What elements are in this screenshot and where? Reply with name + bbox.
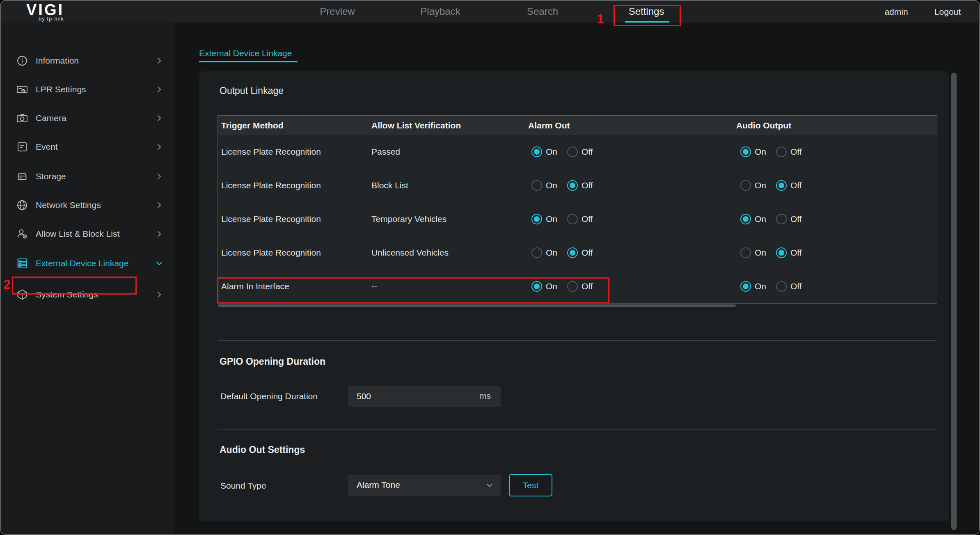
audio-output-on-option[interactable]: On (740, 180, 766, 191)
radio-button[interactable] (740, 180, 751, 191)
alarm-out-on-option[interactable]: On (531, 180, 557, 191)
content-tab-external-device-linkage[interactable]: External Device Linkage (199, 48, 292, 58)
audio-output-off-option[interactable]: Off (776, 146, 802, 157)
audio-output-on-option[interactable]: On (740, 214, 766, 224)
audio-output-on-option[interactable]: On (740, 146, 766, 157)
radio-button[interactable] (531, 214, 542, 224)
alarm-out-on-option[interactable]: On (531, 247, 557, 258)
trigger-method-cell: License Plate Recognition (221, 214, 371, 224)
sidebar-item-camera[interactable]: Camera (1, 108, 175, 128)
alarm-out-radio-group: OnOff (531, 247, 736, 258)
settings-panel: Output Linkage Trigger Method Allow List… (199, 71, 949, 521)
radio-label: On (755, 248, 766, 258)
table-row: License Plate RecognitionBlock ListOnOff… (218, 169, 937, 202)
sidebar-item-allow-block-list[interactable]: Allow List & Block List (1, 224, 175, 244)
verification-cell: Passed (371, 147, 528, 157)
radio-label: Off (582, 214, 593, 224)
radio-button[interactable] (776, 214, 787, 224)
camera-icon (16, 112, 28, 124)
radio-button[interactable] (740, 214, 751, 224)
verification-cell: Block List (371, 181, 528, 190)
radio-label: On (546, 214, 557, 224)
audio-output-off-option[interactable]: Off (776, 180, 802, 191)
logo-title: VIGI (26, 2, 64, 17)
trigger-method-cell: Alarm In Interface (221, 281, 371, 291)
alarm-out-off-option[interactable]: Off (567, 247, 593, 258)
tab-playback[interactable]: Playback (420, 6, 460, 17)
alarm-out-radio-group: OnOff (531, 180, 736, 191)
tab-settings[interactable]: Settings (629, 6, 664, 17)
section-divider (218, 429, 937, 430)
radio-label: On (546, 181, 557, 190)
alarm-out-on-option[interactable]: On (531, 281, 557, 292)
info-icon (16, 55, 28, 67)
cube-icon (16, 288, 28, 301)
vertical-scrollbar-thumb[interactable] (951, 73, 957, 530)
radio-button[interactable] (567, 247, 578, 258)
tab-search[interactable]: Search (527, 6, 558, 17)
alarm-out-off-option[interactable]: Off (567, 180, 593, 191)
radio-button[interactable] (567, 180, 578, 191)
chevron-down-icon (484, 480, 495, 491)
settings-tab-active-underline (625, 21, 669, 23)
verification-cell: Temporary Vehicles (371, 214, 528, 224)
audio-output-radio-group: OnOff (740, 146, 937, 157)
radio-button[interactable] (531, 180, 542, 191)
radio-button[interactable] (740, 281, 751, 292)
alarm-out-on-option[interactable]: On (531, 214, 557, 224)
radio-button[interactable] (567, 146, 578, 157)
annotation-number-2: 2 (3, 277, 11, 292)
sidebar-item-system-settings[interactable]: System Settings (1, 285, 175, 304)
tab-preview[interactable]: Preview (320, 6, 355, 17)
audio-output-off-option[interactable]: Off (776, 281, 802, 292)
radio-button[interactable] (740, 247, 751, 258)
alarm-out-radio-group: OnOff (531, 214, 736, 224)
server-stack-icon (16, 257, 28, 270)
gpio-duration-input[interactable] (348, 386, 463, 407)
radio-button[interactable] (776, 281, 787, 292)
verification-cell: Unlicensed Vehicles (371, 248, 528, 258)
radio-button[interactable] (567, 281, 578, 292)
alarm-out-off-option[interactable]: Off (567, 214, 593, 224)
radio-button[interactable] (531, 281, 542, 292)
output-linkage-title: Output Linkage (220, 85, 284, 96)
logout-button[interactable]: Logout (934, 7, 961, 17)
sidebar-item-external-device-linkage[interactable]: External Device Linkage (1, 254, 175, 273)
audio-output-on-option[interactable]: On (740, 281, 766, 292)
sidebar: Information LPR Settings Camera (1, 23, 175, 535)
table-horizontal-scrollbar[interactable] (218, 304, 736, 307)
radio-button[interactable] (776, 146, 787, 157)
alarm-out-off-option[interactable]: Off (567, 146, 593, 157)
audio-output-off-option[interactable]: Off (776, 247, 802, 258)
test-button[interactable]: Test (509, 474, 552, 496)
sidebar-item-event[interactable]: Event (1, 137, 175, 157)
radio-button[interactable] (740, 146, 751, 157)
radio-button[interactable] (567, 214, 578, 224)
alarm-out-on-option[interactable]: On (531, 146, 557, 157)
radio-button[interactable] (776, 247, 787, 258)
sidebar-item-information[interactable]: Information (1, 51, 175, 71)
radio-label: On (755, 281, 766, 291)
alarm-out-off-option[interactable]: Off (567, 281, 593, 292)
alarm-out-cell: OnOff (528, 247, 736, 258)
audio-output-on-option[interactable]: On (740, 247, 766, 258)
event-icon (16, 141, 28, 153)
alarm-out-cell: OnOff (528, 180, 736, 191)
radio-button[interactable] (531, 247, 542, 258)
audio-output-radio-group: OnOff (740, 281, 937, 292)
sidebar-item-lpr-settings[interactable]: LPR Settings (1, 80, 175, 99)
alarm-out-radio-group: OnOff (531, 146, 736, 157)
radio-button[interactable] (776, 180, 787, 191)
verification-cell: -- (371, 281, 528, 291)
radio-label: On (546, 281, 557, 291)
sidebar-item-network-settings[interactable]: Network Settings (1, 195, 175, 215)
sound-type-select[interactable]: Alarm Tone (348, 475, 501, 496)
audio-output-cell: OnOff (736, 281, 937, 292)
radio-label: On (546, 147, 557, 157)
sidebar-item-storage[interactable]: Storage (1, 167, 175, 186)
trigger-method-cell: License Plate Recognition (221, 181, 371, 190)
audio-output-off-option[interactable]: Off (776, 214, 802, 224)
user-list-icon (16, 228, 28, 240)
sidebar-item-label: Information (36, 56, 79, 66)
radio-button[interactable] (531, 146, 542, 157)
